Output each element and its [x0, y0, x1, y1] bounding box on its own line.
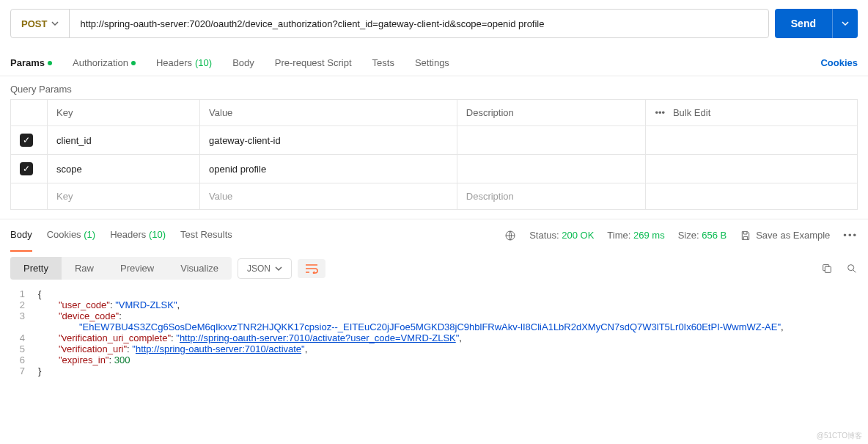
tab-headers[interactable]: Headers (10): [156, 57, 212, 68]
table-row[interactable]: ✓ scope openid profile: [11, 155, 858, 183]
chevron-down-icon: [842, 20, 849, 27]
send-dropdown-button[interactable]: [832, 9, 858, 38]
search-icon[interactable]: [846, 263, 858, 274]
query-params-title: Query Params: [0, 76, 868, 99]
status-block: Status: 200 OK: [529, 230, 594, 241]
dot-icon: [131, 61, 136, 65]
svg-rect-1: [825, 266, 831, 272]
th-key: Key: [48, 100, 200, 126]
bulk-edit-link[interactable]: Bulk Edit: [673, 107, 710, 118]
th-value: Value: [200, 100, 457, 126]
view-visualize[interactable]: Visualize: [167, 257, 232, 280]
param-value-ph[interactable]: Value: [200, 183, 457, 210]
size-block: Size: 656 B: [678, 230, 727, 241]
table-row[interactable]: ✓ client_id gateway-client-id: [11, 126, 858, 155]
view-raw[interactable]: Raw: [62, 257, 107, 280]
view-pretty[interactable]: Pretty: [10, 257, 62, 280]
param-key[interactable]: scope: [48, 155, 200, 183]
chevron-down-icon: [275, 265, 282, 272]
dot-icon: [48, 61, 52, 65]
url-input[interactable]: [70, 10, 768, 37]
param-key[interactable]: client_id: [48, 126, 200, 155]
response-tab-tests[interactable]: Test Results: [180, 219, 232, 252]
wrap-lines-button[interactable]: [298, 259, 326, 278]
tab-settings[interactable]: Settings: [415, 57, 449, 68]
tab-body[interactable]: Body: [232, 57, 254, 68]
save-icon: [740, 230, 751, 241]
param-desc[interactable]: [457, 126, 646, 155]
checkbox[interactable]: ✓: [20, 134, 33, 147]
view-preview[interactable]: Preview: [107, 257, 167, 280]
checkbox[interactable]: ✓: [20, 162, 33, 175]
tab-authorization[interactable]: Authorization: [73, 57, 136, 68]
chevron-down-icon: [51, 20, 59, 27]
globe-icon[interactable]: [504, 230, 516, 241]
check-icon: ✓: [23, 135, 30, 145]
th-desc: Description: [457, 100, 646, 126]
copy-icon[interactable]: [821, 263, 833, 274]
format-select[interactable]: JSON: [238, 258, 292, 279]
response-tab-headers[interactable]: Headers (10): [110, 219, 166, 252]
response-tab-cookies[interactable]: Cookies (1): [47, 219, 95, 252]
param-desc[interactable]: [457, 155, 646, 183]
more-actions-icon[interactable]: •••: [843, 230, 858, 241]
check-icon: ✓: [23, 164, 30, 174]
response-tab-body[interactable]: Body: [10, 219, 32, 252]
http-method-select[interactable]: POST: [11, 10, 70, 37]
send-button[interactable]: Send: [775, 9, 832, 38]
save-as-example-button[interactable]: Save as Example: [740, 230, 830, 241]
http-method-label: POST: [21, 18, 47, 29]
param-key-ph[interactable]: Key: [48, 183, 200, 210]
wrap-icon: [305, 263, 318, 274]
more-icon[interactable]: •••: [655, 107, 665, 118]
param-value[interactable]: openid profile: [200, 155, 457, 183]
table-row[interactable]: Key Value Description: [11, 183, 858, 210]
tab-params[interactable]: Params: [10, 57, 52, 68]
cookies-link[interactable]: Cookies: [820, 57, 858, 68]
time-block: Time: 269 ms: [607, 230, 664, 241]
response-body: 1{ 2"user_code": "VMRD-ZLSK", 3"device_c…: [0, 285, 868, 384]
tab-tests[interactable]: Tests: [372, 57, 394, 68]
tab-prerequest[interactable]: Pre-request Script: [275, 57, 352, 68]
param-value[interactable]: gateway-client-id: [200, 126, 457, 155]
query-params-table: Key Value Description ••• Bulk Edit ✓ cl…: [10, 99, 858, 210]
param-desc-ph[interactable]: Description: [457, 183, 646, 210]
svg-point-2: [848, 264, 854, 270]
